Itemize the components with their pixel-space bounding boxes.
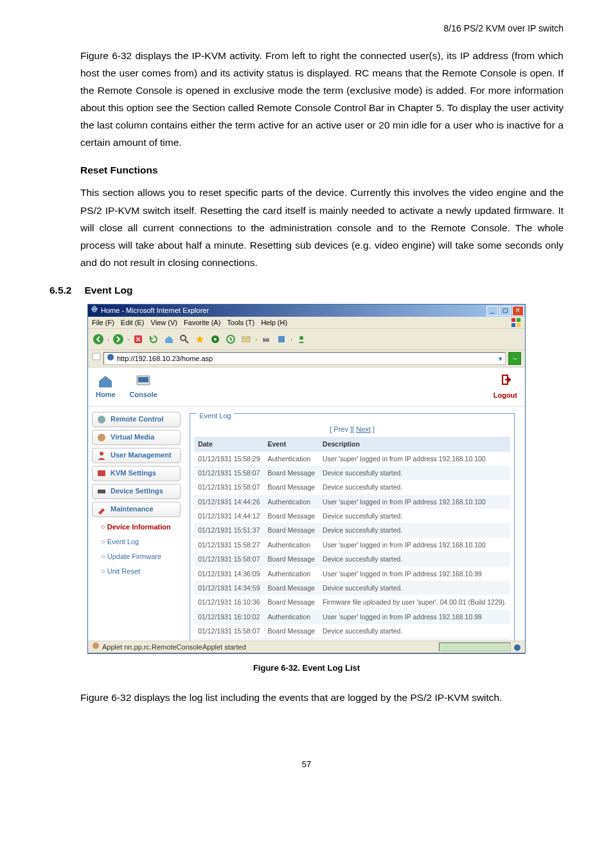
next-link[interactable]: Next	[356, 425, 371, 433]
nav-console[interactable]: Console	[130, 375, 157, 401]
window-title: Home - Microsoft Internet Explorer	[101, 305, 209, 317]
table-cell: 01/12/1931 15:51:37	[194, 523, 263, 537]
table-cell: Board Message	[264, 581, 319, 595]
sidebar-label: Device Settings	[111, 485, 163, 497]
browser-window: Home - Microsoft Internet Explorer _ ▢ ✕…	[87, 304, 526, 653]
col-description: Description	[319, 437, 510, 451]
table-cell: Board Message	[264, 595, 319, 609]
stop-button[interactable]	[132, 333, 145, 346]
sidebar-label: User Management	[111, 449, 172, 461]
sidebar-sub-update-firmware[interactable]: ○ Update Firmware	[92, 549, 181, 564]
menu-help[interactable]: Help (H)	[261, 317, 287, 329]
home-button[interactable]	[163, 333, 175, 346]
table-cell: 01/12/1931 15:58:07	[194, 552, 263, 566]
svg-point-16	[299, 336, 303, 340]
console-icon	[136, 375, 151, 387]
svg-rect-17	[93, 353, 100, 360]
svg-rect-25	[98, 490, 105, 493]
col-date: Date	[194, 437, 263, 451]
prev-link[interactable]: Prev	[333, 425, 348, 433]
col-event: Event	[264, 437, 319, 451]
maximize-button[interactable]: ▢	[499, 306, 511, 316]
page-icon	[107, 353, 114, 365]
table-cell: Authentication	[264, 610, 319, 624]
table-row: 01/12/1931 14:36:09AuthenticationUser 's…	[194, 567, 510, 581]
sidebar-virtual-media[interactable]: Virtual Media	[92, 430, 181, 445]
sidebar-kvm-settings[interactable]: KVM Settings	[92, 466, 181, 481]
back-button[interactable]	[92, 333, 105, 346]
sidebar-sub-event-log[interactable]: ○ Event Log	[92, 535, 181, 549]
history-button[interactable]	[224, 333, 237, 346]
paragraph-activity: Figure 6-32 displays the IP-KVM activity…	[80, 47, 564, 152]
table-cell: 01/12/1931 14:36:09	[194, 567, 263, 581]
svg-rect-2	[517, 318, 520, 322]
toolbar-sep: ·	[107, 333, 109, 346]
sidebar: Remote Control Virtual Media User Manage…	[88, 407, 184, 641]
svg-point-5	[93, 334, 103, 344]
event-log-table: Date Event Description 01/12/1931 15:58:…	[194, 437, 510, 641]
table-cell: Board Message	[264, 509, 319, 523]
svg-point-18	[107, 354, 114, 360]
go-button[interactable]: →	[508, 352, 521, 365]
edit-button[interactable]	[275, 333, 288, 346]
mail-button[interactable]	[240, 333, 253, 346]
paragraph-reset: This section allows you to reset specifi…	[80, 184, 564, 271]
table-row: 01/12/1931 15:58:07Board MessageDevice s…	[194, 466, 510, 480]
forward-button[interactable]	[112, 333, 125, 346]
nav-home-label: Home	[96, 389, 116, 401]
nav-home[interactable]: Home	[96, 375, 116, 401]
address-bar: http://192.168.10.23/home.asp ▾ →	[88, 350, 525, 368]
menu-view[interactable]: View (V)	[151, 317, 177, 329]
media-button[interactable]	[209, 333, 222, 346]
menu-favorite[interactable]: Favorite (A)	[184, 317, 220, 329]
dropdown-icon[interactable]: ▾	[499, 353, 502, 365]
table-cell: Board Message	[264, 480, 319, 494]
table-cell: Device succesfully started.	[319, 523, 510, 537]
table-cell: Authentication	[264, 452, 319, 466]
device-settings-icon	[96, 486, 107, 497]
sidebar-user-management[interactable]: User Management	[92, 448, 181, 463]
toolbar-sep: ·	[290, 333, 292, 346]
sidebar-label: Virtual Media	[111, 431, 154, 443]
svg-rect-1	[511, 318, 515, 322]
table-cell: User 'super' logged in from IP address 1…	[319, 452, 510, 466]
home-icon	[98, 375, 113, 387]
table-row: 01/12/1931 16:10:02AuthenticationUser 's…	[194, 610, 510, 624]
kvm-settings-icon	[96, 468, 107, 479]
virtual-media-icon	[96, 432, 107, 443]
progress-bar	[439, 642, 511, 651]
table-cell: User 'super' logged in from IP address 1…	[319, 610, 510, 624]
page-content: Home Console Logout Remote Control Virtu…	[88, 368, 525, 641]
menu-edit[interactable]: Edit (E)	[121, 317, 145, 329]
sidebar-device-settings[interactable]: Device Settings	[92, 484, 181, 499]
favorites-button[interactable]	[193, 333, 206, 346]
menu-tools[interactable]: Tools (T)	[227, 317, 254, 329]
table-row: 01/12/1931 15:58:07Board MessageDevice s…	[194, 480, 510, 494]
table-cell: 01/12/1931 15:58:07	[194, 466, 263, 480]
sidebar-remote-control[interactable]: Remote Control	[92, 412, 181, 427]
table-cell: 01/12/1931 14:44:26	[194, 495, 263, 509]
search-button[interactable]	[178, 333, 191, 346]
nav-logout[interactable]: Logout	[493, 374, 517, 402]
close-button[interactable]: ✕	[512, 306, 524, 316]
sidebar-maintenance[interactable]: Maintenance	[92, 502, 181, 517]
svg-rect-3	[511, 323, 515, 327]
sidebar-sub-unit-reset[interactable]: ○ Unit Reset	[92, 564, 181, 579]
table-cell: 01/12/1931 15:58:29	[194, 452, 263, 466]
table-cell: User 'super' logged in from IP address 1…	[319, 495, 510, 509]
refresh-button[interactable]	[147, 333, 160, 346]
address-input[interactable]: http://192.168.10.23/home.asp ▾	[103, 352, 506, 365]
svg-point-6	[113, 334, 123, 344]
table-cell: Device succesfully started.	[319, 509, 510, 523]
internet-zone-icon	[513, 643, 521, 651]
reset-heading: Reset Functions	[80, 161, 564, 179]
print-button[interactable]	[260, 333, 272, 346]
svg-rect-14	[264, 336, 268, 339]
svg-rect-15	[278, 336, 285, 342]
sidebar-sub-device-info[interactable]: ○ Device Information	[92, 520, 181, 535]
menu-file[interactable]: File (F)	[92, 317, 114, 329]
minimize-button[interactable]: _	[486, 306, 498, 316]
sidebar-label: Maintenance	[111, 503, 154, 515]
sidebar-sub-label: Event Log	[107, 538, 139, 545]
messenger-button[interactable]	[295, 333, 308, 346]
